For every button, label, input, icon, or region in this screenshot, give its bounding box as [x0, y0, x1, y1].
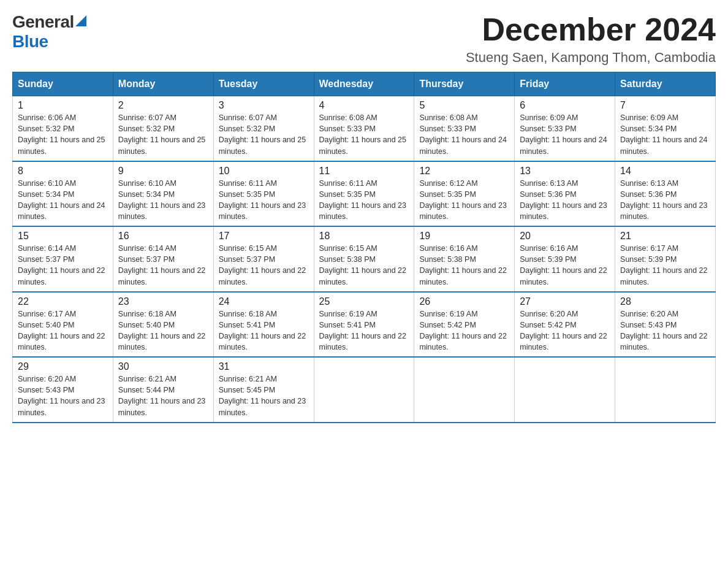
day-of-week-header: Monday — [113, 72, 213, 96]
day-number: 21 — [620, 231, 710, 242]
calendar-day-cell: 30 Sunrise: 6:21 AMSunset: 5:44 PMDaylig… — [113, 357, 213, 423]
day-number: 22 — [18, 296, 108, 307]
day-info: Sunrise: 6:12 AMSunset: 5:35 PMDaylight:… — [419, 178, 509, 223]
day-number: 25 — [319, 296, 409, 307]
calendar-week-row: 8 Sunrise: 6:10 AMSunset: 5:34 PMDayligh… — [13, 161, 716, 227]
calendar-day-cell: 23 Sunrise: 6:18 AMSunset: 5:40 PMDaylig… — [113, 292, 213, 358]
day-number: 15 — [18, 231, 108, 242]
calendar-day-cell — [314, 357, 414, 423]
calendar-day-cell: 8 Sunrise: 6:10 AMSunset: 5:34 PMDayligh… — [13, 161, 113, 227]
day-info: Sunrise: 6:20 AMSunset: 5:43 PMDaylight:… — [18, 373, 108, 418]
calendar-day-cell: 13 Sunrise: 6:13 AMSunset: 5:36 PMDaylig… — [515, 161, 615, 227]
calendar-header-row: SundayMondayTuesdayWednesdayThursdayFrid… — [13, 72, 716, 96]
day-number: 13 — [520, 166, 610, 177]
calendar-day-cell: 7 Sunrise: 6:09 AMSunset: 5:34 PMDayligh… — [615, 96, 716, 161]
calendar-day-cell: 6 Sunrise: 6:09 AMSunset: 5:33 PMDayligh… — [515, 96, 615, 161]
day-number: 12 — [419, 166, 509, 177]
day-info: Sunrise: 6:15 AMSunset: 5:37 PMDaylight:… — [219, 243, 309, 288]
day-info: Sunrise: 6:08 AMSunset: 5:33 PMDaylight:… — [319, 112, 409, 157]
day-number: 4 — [319, 100, 409, 111]
day-number: 17 — [219, 231, 309, 242]
day-number: 14 — [620, 166, 710, 177]
calendar-day-cell: 11 Sunrise: 6:11 AMSunset: 5:35 PMDaylig… — [314, 161, 414, 227]
day-info: Sunrise: 6:18 AMSunset: 5:40 PMDaylight:… — [118, 308, 208, 353]
title-block: December 2024 Stueng Saen, Kampong Thom,… — [466, 12, 716, 66]
day-number: 28 — [620, 296, 710, 307]
day-number: 2 — [118, 100, 208, 111]
day-info: Sunrise: 6:14 AMSunset: 5:37 PMDaylight:… — [18, 243, 108, 288]
day-number: 26 — [419, 296, 509, 307]
day-info: Sunrise: 6:20 AMSunset: 5:43 PMDaylight:… — [620, 308, 710, 353]
calendar-day-cell: 5 Sunrise: 6:08 AMSunset: 5:33 PMDayligh… — [414, 96, 515, 161]
day-number: 5 — [419, 100, 509, 111]
day-number: 19 — [419, 231, 509, 242]
calendar-day-cell: 12 Sunrise: 6:12 AMSunset: 5:35 PMDaylig… — [414, 161, 515, 227]
day-info: Sunrise: 6:13 AMSunset: 5:36 PMDaylight:… — [620, 178, 710, 223]
day-info: Sunrise: 6:07 AMSunset: 5:32 PMDaylight:… — [118, 112, 208, 157]
calendar-day-cell: 9 Sunrise: 6:10 AMSunset: 5:34 PMDayligh… — [113, 161, 213, 227]
day-info: Sunrise: 6:20 AMSunset: 5:42 PMDaylight:… — [520, 308, 610, 353]
day-number: 29 — [18, 361, 108, 372]
day-info: Sunrise: 6:06 AMSunset: 5:32 PMDaylight:… — [18, 112, 108, 157]
calendar-day-cell: 4 Sunrise: 6:08 AMSunset: 5:33 PMDayligh… — [314, 96, 414, 161]
calendar-day-cell: 20 Sunrise: 6:16 AMSunset: 5:39 PMDaylig… — [515, 226, 615, 292]
day-info: Sunrise: 6:10 AMSunset: 5:34 PMDaylight:… — [118, 178, 208, 223]
calendar-day-cell: 21 Sunrise: 6:17 AMSunset: 5:39 PMDaylig… — [615, 226, 716, 292]
day-of-week-header: Thursday — [414, 72, 515, 96]
day-number: 16 — [118, 231, 208, 242]
day-number: 3 — [219, 100, 309, 111]
day-info: Sunrise: 6:10 AMSunset: 5:34 PMDaylight:… — [18, 178, 108, 223]
day-info: Sunrise: 6:17 AMSunset: 5:40 PMDaylight:… — [18, 308, 108, 353]
calendar-day-cell — [615, 357, 716, 423]
day-of-week-header: Tuesday — [213, 72, 314, 96]
day-number: 23 — [118, 296, 208, 307]
calendar-day-cell: 31 Sunrise: 6:21 AMSunset: 5:45 PMDaylig… — [213, 357, 314, 423]
day-number: 18 — [319, 231, 409, 242]
day-info: Sunrise: 6:18 AMSunset: 5:41 PMDaylight:… — [219, 308, 309, 353]
calendar-day-cell: 1 Sunrise: 6:06 AMSunset: 5:32 PMDayligh… — [13, 96, 113, 161]
day-number: 1 — [18, 100, 108, 111]
calendar-day-cell — [515, 357, 615, 423]
day-number: 7 — [620, 100, 710, 111]
day-of-week-header: Friday — [515, 72, 615, 96]
day-number: 30 — [118, 361, 208, 372]
day-info: Sunrise: 6:16 AMSunset: 5:39 PMDaylight:… — [520, 243, 610, 288]
calendar-day-cell: 10 Sunrise: 6:11 AMSunset: 5:35 PMDaylig… — [213, 161, 314, 227]
logo-blue-text: Blue — [12, 32, 48, 52]
day-number: 20 — [520, 231, 610, 242]
calendar-day-cell: 24 Sunrise: 6:18 AMSunset: 5:41 PMDaylig… — [213, 292, 314, 358]
logo: General Blue — [12, 12, 86, 52]
day-info: Sunrise: 6:19 AMSunset: 5:41 PMDaylight:… — [319, 308, 409, 353]
logo-triangle-icon — [75, 15, 86, 26]
day-info: Sunrise: 6:14 AMSunset: 5:37 PMDaylight:… — [118, 243, 208, 288]
calendar-week-row: 29 Sunrise: 6:20 AMSunset: 5:43 PMDaylig… — [13, 357, 716, 423]
day-info: Sunrise: 6:09 AMSunset: 5:34 PMDaylight:… — [620, 112, 710, 157]
day-of-week-header: Sunday — [13, 72, 113, 96]
day-info: Sunrise: 6:16 AMSunset: 5:38 PMDaylight:… — [419, 243, 509, 288]
month-title: December 2024 — [466, 12, 716, 47]
day-info: Sunrise: 6:15 AMSunset: 5:38 PMDaylight:… — [319, 243, 409, 288]
day-info: Sunrise: 6:17 AMSunset: 5:39 PMDaylight:… — [620, 243, 710, 288]
calendar-day-cell: 27 Sunrise: 6:20 AMSunset: 5:42 PMDaylig… — [515, 292, 615, 358]
calendar-day-cell: 19 Sunrise: 6:16 AMSunset: 5:38 PMDaylig… — [414, 226, 515, 292]
day-of-week-header: Wednesday — [314, 72, 414, 96]
calendar-day-cell: 2 Sunrise: 6:07 AMSunset: 5:32 PMDayligh… — [113, 96, 213, 161]
day-number: 8 — [18, 166, 108, 177]
day-of-week-header: Saturday — [615, 72, 716, 96]
day-number: 27 — [520, 296, 610, 307]
calendar-day-cell: 22 Sunrise: 6:17 AMSunset: 5:40 PMDaylig… — [13, 292, 113, 358]
day-number: 6 — [520, 100, 610, 111]
day-info: Sunrise: 6:21 AMSunset: 5:44 PMDaylight:… — [118, 373, 208, 418]
calendar-day-cell — [414, 357, 515, 423]
day-info: Sunrise: 6:21 AMSunset: 5:45 PMDaylight:… — [219, 373, 309, 418]
calendar-day-cell: 18 Sunrise: 6:15 AMSunset: 5:38 PMDaylig… — [314, 226, 414, 292]
calendar-week-row: 22 Sunrise: 6:17 AMSunset: 5:40 PMDaylig… — [13, 292, 716, 358]
logo-general-text: General — [12, 12, 74, 32]
day-number: 11 — [319, 166, 409, 177]
calendar-day-cell: 28 Sunrise: 6:20 AMSunset: 5:43 PMDaylig… — [615, 292, 716, 358]
day-info: Sunrise: 6:07 AMSunset: 5:32 PMDaylight:… — [219, 112, 309, 157]
day-number: 10 — [219, 166, 309, 177]
day-info: Sunrise: 6:11 AMSunset: 5:35 PMDaylight:… — [219, 178, 309, 223]
day-number: 9 — [118, 166, 208, 177]
day-info: Sunrise: 6:13 AMSunset: 5:36 PMDaylight:… — [520, 178, 610, 223]
